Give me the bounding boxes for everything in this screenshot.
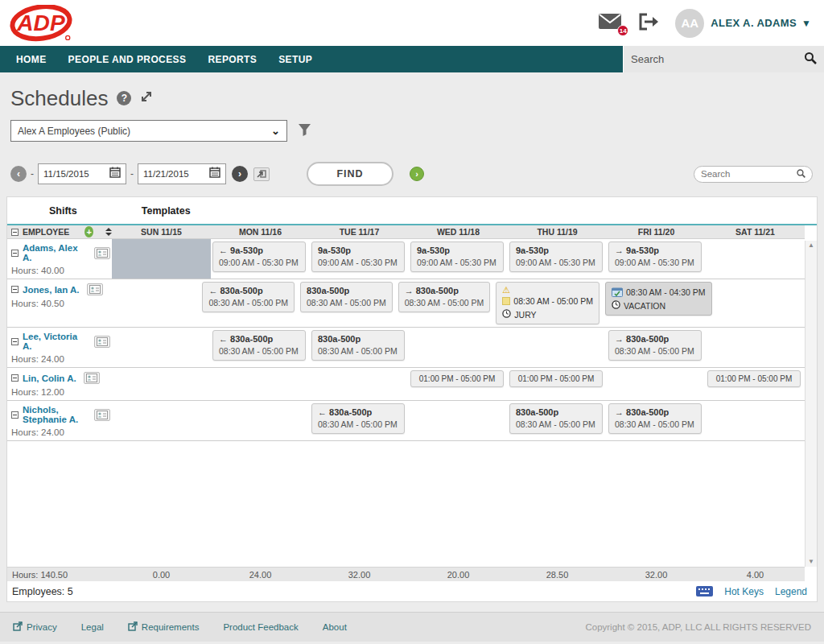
help-icon[interactable]: ? xyxy=(117,91,131,105)
day-cell[interactable]: → 830a-500p08:30 AM - 05:00 PM xyxy=(607,328,706,367)
expand-icon[interactable] xyxy=(140,90,153,106)
day-cell[interactable]: → 9a-530p09:00 AM - 05:30 PM xyxy=(607,239,706,279)
day-cell[interactable]: ← 9a-530p09:00 AM - 05:30 PM xyxy=(211,239,310,279)
employee-name-link[interactable]: Jones, Ian A. xyxy=(23,285,80,295)
vacation-card[interactable]: 08:30 AM - 04:30 PMVACATION xyxy=(605,282,712,316)
hot-keys-link[interactable]: Hot Keys xyxy=(724,586,764,597)
day-cell[interactable]: 9a-530p09:00 AM - 05:30 PM xyxy=(508,239,607,279)
search-icon[interactable] xyxy=(804,52,817,68)
shift-card[interactable]: ← 830a-500p08:30 AM - 05:00 PM xyxy=(202,282,295,312)
day-cell[interactable]: 830a-500p08:30 AM - 05:00 PM xyxy=(310,328,409,367)
day-cell[interactable]: ← 830a-500p08:30 AM - 05:00 PM xyxy=(310,401,409,440)
day-cell[interactable]: 08:30 AM - 04:30 PMVACATION xyxy=(604,279,716,327)
find-button[interactable]: FIND xyxy=(307,162,393,186)
day-cell[interactable]: ← 830a-500p08:30 AM - 05:00 PM xyxy=(211,328,310,367)
tab-templates[interactable]: Templates xyxy=(142,205,191,217)
employee-card-icon[interactable] xyxy=(87,283,103,295)
vertical-scrollbar[interactable]: ▲ ▼ xyxy=(805,241,817,567)
next-week-button[interactable]: › xyxy=(232,166,248,182)
shift-card[interactable]: 9a-530p09:00 AM - 05:30 PM xyxy=(410,242,504,272)
nav-item-setup[interactable]: SETUP xyxy=(278,54,312,65)
day-cell[interactable] xyxy=(706,401,805,440)
shift-card[interactable]: 9a-530p09:00 AM - 05:30 PM xyxy=(311,242,405,272)
employee-card-icon[interactable] xyxy=(94,336,110,348)
adp-logo[interactable]: ADP xyxy=(10,5,72,42)
schedule-search-input[interactable] xyxy=(701,169,793,179)
shift-card[interactable]: 01:00 PM - 05:00 PM xyxy=(707,370,801,387)
day-cell[interactable]: 01:00 PM - 05:00 PM xyxy=(706,368,805,400)
prev-week-button[interactable]: ‹ xyxy=(10,166,27,182)
shift-card[interactable]: 830a-500p08:30 AM - 05:00 PM xyxy=(300,282,393,312)
logout-icon[interactable] xyxy=(638,13,659,34)
day-cell[interactable] xyxy=(716,279,805,327)
day-cell[interactable]: ⚠08:30 AM - 05:00 PMJURY xyxy=(494,279,604,327)
legend-link[interactable]: Legend xyxy=(775,586,807,597)
date-from-input[interactable] xyxy=(43,169,106,179)
employee-name-link[interactable]: Lee, Victoria A. xyxy=(23,332,87,351)
nav-item-people-and-process[interactable]: PEOPLE AND PROCESS xyxy=(68,54,187,65)
day-cell[interactable] xyxy=(310,368,409,400)
shift-card[interactable]: ← 830a-500p08:30 AM - 05:00 PM xyxy=(212,330,306,361)
scroll-down-icon[interactable]: ▼ xyxy=(808,559,814,565)
footer-link-product-feedback[interactable]: Product Feedback xyxy=(223,621,298,633)
employee-card-icon[interactable] xyxy=(84,372,100,384)
sort-icon[interactable] xyxy=(105,228,112,236)
collapse-row-icon[interactable] xyxy=(11,286,19,293)
employee-name-link[interactable]: Lin, Colin A. xyxy=(23,374,76,383)
day-cell[interactable] xyxy=(112,328,211,367)
shift-card[interactable]: 830a-500p08:30 AM - 05:00 PM xyxy=(311,330,405,361)
shift-card[interactable]: → 830a-500p08:30 AM - 05:00 PM xyxy=(608,330,702,361)
collapse-row-icon[interactable] xyxy=(11,338,19,345)
add-employee-button[interactable]: + xyxy=(84,226,93,237)
employee-group-select[interactable]: Alex A Employees (Public) ⌄ xyxy=(10,120,287,142)
shift-card[interactable]: → 830a-500p08:30 AM - 05:00 PM xyxy=(608,403,702,434)
day-cell[interactable] xyxy=(112,279,200,327)
day-cell[interactable] xyxy=(211,401,310,440)
jury-shift-card[interactable]: ⚠08:30 AM - 05:00 PMJURY xyxy=(496,282,599,324)
scroll-up-icon[interactable]: ▲ xyxy=(808,242,814,249)
shift-card[interactable]: → 830a-500p08:30 AM - 05:00 PM xyxy=(398,282,491,312)
shift-card[interactable]: 830a-500p08:30 AM - 05:00 PM xyxy=(509,403,603,434)
date-to-input[interactable] xyxy=(143,169,206,179)
footer-link-legal[interactable]: Legal xyxy=(81,621,104,633)
day-cell[interactable] xyxy=(508,328,607,367)
user-menu[interactable]: AA ALEX A. ADAMS ▼ xyxy=(675,9,811,38)
mail-icon[interactable]: 14 xyxy=(598,13,622,33)
day-cell[interactable] xyxy=(409,328,508,367)
go-icon[interactable]: › xyxy=(410,167,424,181)
shift-card[interactable]: → 9a-530p09:00 AM - 05:30 PM xyxy=(608,242,702,272)
filter-icon[interactable] xyxy=(298,123,311,139)
collapse-row-icon[interactable] xyxy=(11,411,19,419)
shift-card[interactable]: 9a-530p09:00 AM - 05:30 PM xyxy=(509,242,603,272)
day-cell[interactable]: 830a-500p08:30 AM - 05:00 PM xyxy=(299,279,397,327)
schedule-empty-area[interactable] xyxy=(7,441,805,567)
day-cell[interactable] xyxy=(211,368,310,400)
current-week-icon[interactable] xyxy=(253,167,270,181)
employee-card-icon[interactable] xyxy=(94,247,110,259)
day-cell[interactable] xyxy=(112,239,211,279)
day-cell[interactable]: → 830a-500p08:30 AM - 05:00 PM xyxy=(397,279,495,327)
day-cell[interactable]: 01:00 PM - 05:00 PM xyxy=(409,368,508,400)
day-cell[interactable]: ← 830a-500p08:30 AM - 05:00 PM xyxy=(200,279,299,327)
shift-card[interactable]: 01:00 PM - 05:00 PM xyxy=(410,370,504,387)
footer-link-privacy[interactable]: Privacy xyxy=(13,621,57,633)
employee-name-link[interactable]: Nichols, Stephanie A. xyxy=(23,405,87,424)
day-cell[interactable] xyxy=(607,368,706,400)
day-cell[interactable] xyxy=(706,239,805,279)
calendar-icon[interactable] xyxy=(109,167,121,181)
day-cell[interactable] xyxy=(112,401,211,440)
day-cell[interactable] xyxy=(409,401,508,440)
day-cell[interactable]: 9a-530p09:00 AM - 05:30 PM xyxy=(409,239,508,279)
day-cell[interactable] xyxy=(706,328,805,367)
footer-link-requirements[interactable]: Requirements xyxy=(128,621,200,633)
nav-search-input[interactable] xyxy=(631,53,804,65)
day-cell[interactable]: → 830a-500p08:30 AM - 05:00 PM xyxy=(607,401,706,440)
collapse-row-icon[interactable] xyxy=(11,250,19,257)
employee-name-link[interactable]: Adams, Alex A. xyxy=(23,243,87,262)
tab-shifts[interactable]: Shifts xyxy=(49,205,77,217)
shift-card[interactable]: ← 9a-530p09:00 AM - 05:30 PM xyxy=(212,242,306,272)
nav-item-home[interactable]: HOME xyxy=(16,54,47,65)
collapse-all-icon[interactable] xyxy=(11,229,19,236)
nav-item-reports[interactable]: REPORTS xyxy=(208,54,257,65)
shift-card[interactable]: ← 830a-500p08:30 AM - 05:00 PM xyxy=(311,403,405,434)
